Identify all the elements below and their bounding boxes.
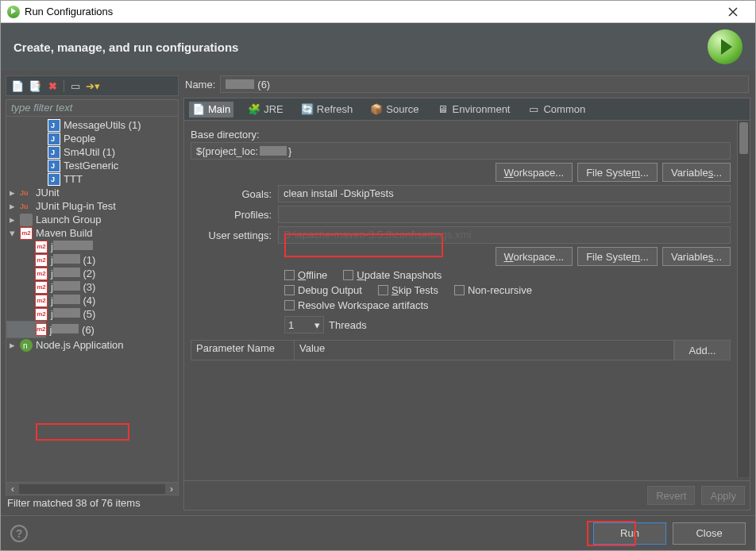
profiles-input[interactable] bbox=[278, 206, 731, 223]
goals-label: Goals: bbox=[191, 188, 278, 200]
tree-item-label: People bbox=[64, 132, 95, 145]
left-column: 📄 📑 ✖ ▭ ➔▾ type filter text MessageUtils… bbox=[6, 75, 179, 511]
param-value-header[interactable]: Value bbox=[295, 341, 674, 360]
tree-item-label: Maven Build bbox=[36, 226, 93, 240]
close-button[interactable]: Close bbox=[673, 522, 746, 545]
java-icon bbox=[48, 173, 60, 186]
tree-item[interactable]: TTT bbox=[6, 172, 178, 186]
tree-item-label: JUnit bbox=[36, 186, 60, 199]
tree-item[interactable]: ▾m2Maven Build bbox=[6, 226, 178, 240]
maven-icon: m2 bbox=[35, 254, 48, 267]
nonrecursive-checkbox[interactable]: Non-recursive bbox=[454, 284, 532, 296]
offline-checkbox[interactable]: Offline bbox=[284, 269, 327, 281]
tree-item[interactable]: m2j (1) bbox=[6, 253, 178, 267]
duplicate-config-icon[interactable]: 📑 bbox=[29, 79, 41, 92]
tree-item[interactable]: m2j (4) bbox=[6, 294, 178, 307]
content-vscroll[interactable] bbox=[737, 121, 750, 477]
tree-item[interactable]: m2j bbox=[6, 240, 178, 253]
help-button[interactable]: ? bbox=[10, 525, 28, 542]
tree-item[interactable]: ▸Node.js Application bbox=[6, 338, 178, 352]
filter-input[interactable]: type filter text bbox=[6, 99, 179, 117]
param-add-button[interactable]: Add... bbox=[674, 341, 730, 360]
tab-bar: 📄Main🧩JRE🔄Refresh📦Source🖥Environment▭Com… bbox=[184, 98, 750, 121]
scroll-right-icon: › bbox=[165, 483, 178, 495]
tree-item-label: MessageUtils (1) bbox=[64, 118, 141, 132]
param-name-header[interactable]: Parameter Name bbox=[191, 341, 295, 360]
tree-item[interactable]: m2j (5) bbox=[6, 307, 178, 321]
common-tab-icon: ▭ bbox=[527, 103, 540, 116]
tree-item-label: Launch Group bbox=[36, 213, 101, 226]
window-title: Run Configurations bbox=[25, 6, 717, 17]
apply-button[interactable]: Apply bbox=[701, 486, 745, 505]
usersettings-label: User settings: bbox=[191, 229, 278, 241]
new-config-icon[interactable]: 📄 bbox=[11, 79, 24, 92]
tab-common[interactable]: ▭Common bbox=[524, 102, 588, 118]
name-label: Name: bbox=[185, 79, 215, 91]
source-tab-icon: 📦 bbox=[370, 103, 383, 116]
java-icon bbox=[48, 146, 60, 159]
environment-tab-icon: 🖥 bbox=[437, 103, 449, 116]
usersettings-input[interactable]: D:\apache-maven-3.5.3\conf\settings.xml bbox=[278, 226, 731, 244]
us-variables-button[interactable]: Variables... bbox=[662, 247, 731, 266]
basedir-filesystem-button[interactable]: File System... bbox=[577, 163, 658, 182]
java-icon bbox=[48, 119, 60, 132]
maven-icon: m2 bbox=[35, 295, 48, 307]
debug-checkbox[interactable]: Debug Output bbox=[284, 284, 362, 296]
base-dir-input[interactable]: ${project_loc:} bbox=[191, 142, 731, 160]
name-input[interactable]: (6) bbox=[220, 75, 749, 93]
tree-item-label: j (4) bbox=[51, 294, 95, 307]
maven-icon: m2 bbox=[35, 281, 48, 294]
window: Run Configurations Create, manage, and r… bbox=[0, 0, 756, 551]
delete-config-icon[interactable]: ✖ bbox=[46, 79, 59, 92]
group-icon bbox=[20, 214, 33, 226]
basedir-variables-button[interactable]: Variables... bbox=[662, 163, 731, 182]
tree-item-label: Node.js Application bbox=[36, 338, 124, 352]
close-icon bbox=[728, 7, 738, 17]
update-checkbox[interactable]: Update Snapshots bbox=[343, 269, 442, 281]
tree-item[interactable]: Sm4Util (1) bbox=[6, 145, 178, 159]
maven-icon: m2 bbox=[36, 323, 47, 336]
chevron-down-icon: ▾ bbox=[314, 319, 320, 331]
skiptests-checkbox[interactable]: Skip Tests bbox=[378, 284, 438, 296]
collapse-icon[interactable]: ▭ bbox=[69, 79, 82, 92]
tree-item-label: TTT bbox=[64, 172, 83, 186]
tree-item-label: j (3) bbox=[51, 280, 95, 294]
tree-item[interactable]: MessageUtils (1) bbox=[6, 118, 178, 132]
tree-item[interactable]: ▸Launch Group bbox=[6, 213, 178, 226]
tree-item[interactable]: m2j (2) bbox=[6, 267, 178, 280]
tab-source[interactable]: 📦Source bbox=[367, 102, 422, 118]
threads-label: Threads bbox=[329, 319, 367, 331]
threads-select[interactable]: 1▾ bbox=[284, 316, 324, 333]
java-icon bbox=[48, 133, 60, 145]
revert-button[interactable]: Revert bbox=[647, 486, 695, 505]
main-tab-icon: 📄 bbox=[192, 103, 205, 116]
tree-item[interactable]: m2j (6) bbox=[6, 321, 46, 338]
tree-item[interactable]: ▸JuJUnit Plug-in Test bbox=[6, 199, 178, 213]
titlebar: Run Configurations bbox=[1, 1, 755, 23]
banner: Create, manage, and run configurations bbox=[1, 23, 755, 71]
goals-input[interactable]: clean install -DskipTests bbox=[278, 185, 731, 202]
config-tree[interactable]: MessageUtils (1)PeopleSm4Util (1)TestGen… bbox=[6, 117, 179, 483]
tab-environment[interactable]: 🖥Environment bbox=[434, 102, 514, 118]
profiles-label: Profiles: bbox=[191, 209, 278, 221]
window-close-button[interactable] bbox=[717, 1, 749, 22]
resolve-checkbox[interactable]: Resolve Workspace artifacts bbox=[284, 299, 429, 311]
filter-menu-icon[interactable]: ➔▾ bbox=[87, 79, 99, 92]
maven-icon: m2 bbox=[35, 308, 48, 321]
us-workspace-button[interactable]: Workspace... bbox=[496, 247, 573, 266]
tree-item-label: j (6) bbox=[50, 323, 94, 337]
tree-item[interactable]: ▸JuJUnit bbox=[6, 186, 178, 199]
tab-jre[interactable]: 🧩JRE bbox=[245, 102, 287, 118]
tab-refresh[interactable]: 🔄Refresh bbox=[298, 102, 357, 118]
tab-main[interactable]: 📄Main bbox=[189, 102, 233, 118]
run-large-icon bbox=[708, 29, 742, 64]
tree-hscroll[interactable]: ‹› bbox=[6, 483, 179, 495]
tree-toolbar: 📄 📑 ✖ ▭ ➔▾ bbox=[6, 75, 179, 96]
basedir-workspace-button[interactable]: Workspace... bbox=[496, 163, 573, 182]
us-filesystem-button[interactable]: File System... bbox=[577, 247, 658, 266]
tree-item[interactable]: TestGeneric bbox=[6, 159, 178, 172]
tree-item[interactable]: People bbox=[6, 132, 178, 145]
java-icon bbox=[48, 160, 60, 172]
run-button[interactable]: Run bbox=[593, 522, 666, 545]
tree-item[interactable]: m2j (3) bbox=[6, 280, 178, 294]
